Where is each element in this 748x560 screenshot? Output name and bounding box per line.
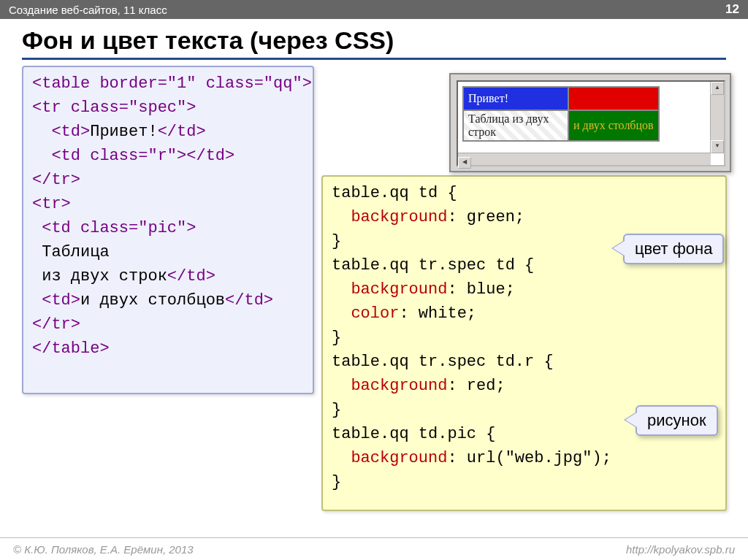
code-indent (332, 280, 351, 299)
code-prop: background (351, 208, 447, 226)
page-title: Фон и цвет текста (через CSS) (22, 26, 726, 55)
code-text: из двух строк (32, 267, 167, 285)
code-line: <td class="pic"> (32, 219, 196, 237)
scrollbar-horizontal[interactable]: ◀ (458, 153, 711, 165)
code-line: <td> (32, 291, 80, 310)
code-prop: background (351, 280, 447, 299)
code-text: Таблица (32, 243, 110, 261)
code-prop: background (351, 449, 447, 467)
code-line: <tr> (32, 195, 71, 213)
code-line: } (332, 401, 341, 419)
code-text: и двух столбцов (80, 291, 225, 310)
code-prop: color (351, 304, 399, 323)
callout-tail-icon (613, 241, 625, 256)
preview-viewport: Привет! Таблица из двух строк и двух сто… (457, 80, 725, 166)
code-line: table.qq tr.spec td.r { (332, 353, 554, 371)
page-number: 12 (725, 2, 739, 17)
code-line: } (332, 329, 341, 347)
scroll-left-icon[interactable]: ◀ (458, 157, 471, 169)
code-prop: background (351, 377, 447, 395)
callout-picture: рисунок (636, 405, 718, 436)
code-indent (332, 208, 351, 226)
title-area: Фон и цвет текста (через CSS) (0, 19, 748, 60)
code-line: </td> (167, 267, 215, 285)
cell-hello: Привет! (463, 87, 568, 110)
code-val: : red; (447, 377, 505, 395)
callout-label: цвет фона (635, 239, 712, 258)
cell-green: и двух столбцов (568, 110, 659, 141)
slide: Создание веб-сайтов, 11 класс 12 Фон и ц… (0, 0, 748, 560)
scrollbar-vertical[interactable]: ▲ ▼ (710, 82, 724, 153)
code-line: </table> (32, 340, 110, 358)
preview-table: Привет! Таблица из двух строк и двух сто… (462, 86, 660, 142)
code-val: : white; (399, 304, 476, 323)
topbar: Создание веб-сайтов, 11 класс 12 (0, 0, 748, 19)
code-val: : green; (447, 208, 524, 226)
table-row: Привет! (463, 87, 659, 110)
code-line: table.qq td.pic { (332, 425, 495, 443)
code-line: table.qq td { (332, 184, 457, 202)
code-line: <table border="1" class="qq"> (32, 74, 312, 93)
code-line: </tr> (32, 315, 80, 334)
code-line: table.qq tr.spec td { (332, 256, 534, 275)
code-line: </tr> (32, 171, 80, 189)
css-code-box: table.qq td { background: green; } table… (321, 175, 727, 511)
code-val: : blue; (447, 280, 514, 299)
table-row: Таблица из двух строк и двух столбцов (463, 110, 659, 141)
code-val: : url("web.jpg"); (447, 449, 611, 467)
preview-window: Привет! Таблица из двух строк и двух сто… (449, 73, 731, 172)
code-line: </td> (158, 123, 206, 141)
scroll-up-icon[interactable]: ▲ (711, 82, 724, 95)
code-line: } (332, 473, 341, 491)
scroll-down-icon[interactable]: ▼ (711, 140, 724, 153)
footer-copyright: © К.Ю. Поляков, Е.А. Ерёмин, 2013 (13, 543, 194, 556)
code-line: <td> (32, 123, 90, 141)
html-code-box: <table border="1" class="qq"> <tr class=… (22, 66, 314, 394)
cell-pic: Таблица из двух строк (463, 110, 568, 141)
code-line: <td class="r"></td> (32, 147, 234, 165)
code-text: Привет! (90, 123, 157, 141)
footer-url: http://kpolyakov.spb.ru (626, 543, 735, 556)
callout-label: рисунок (647, 411, 706, 429)
code-indent (332, 449, 351, 467)
callout-bg-color: цвет фона (623, 234, 724, 264)
cell-red (568, 87, 659, 110)
footer: © К.Ю. Поляков, Е.А. Ерёмин, 2013 http:/… (0, 537, 748, 560)
code-line: <tr class="spec"> (32, 99, 196, 117)
code-indent (332, 377, 351, 395)
callout-tail-icon (625, 413, 637, 427)
code-indent (332, 304, 351, 323)
title-underline (22, 58, 726, 60)
code-line: </td> (225, 291, 273, 310)
breadcrumb: Создание веб-сайтов, 11 класс (9, 4, 167, 16)
code-line: } (332, 232, 341, 250)
